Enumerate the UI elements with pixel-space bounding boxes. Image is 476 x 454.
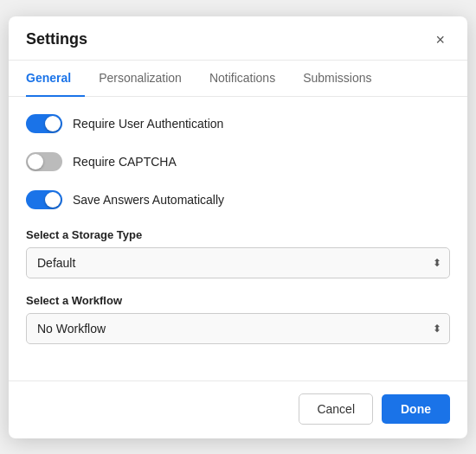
require-auth-label: Require User Authentication bbox=[73, 117, 223, 131]
workflow-field: Select a Workflow No Workflow Workflow A… bbox=[26, 294, 450, 344]
modal-footer: Cancel Done bbox=[9, 380, 467, 438]
require-captcha-toggle[interactable] bbox=[26, 152, 62, 171]
save-answers-toggle[interactable] bbox=[26, 190, 62, 209]
storage-type-field: Select a Storage Type Default AWS S3 Azu… bbox=[26, 228, 450, 278]
workflow-label: Select a Workflow bbox=[26, 294, 450, 307]
save-answers-label: Save Answers Automatically bbox=[73, 193, 224, 207]
tabs-container: General Personalization Notifications Su… bbox=[9, 61, 467, 97]
require-auth-toggle[interactable] bbox=[26, 114, 62, 133]
storage-type-select[interactable]: Default AWS S3 Azure Google Cloud bbox=[26, 247, 450, 278]
require-captcha-label: Require CAPTCHA bbox=[73, 155, 177, 169]
tab-notifications[interactable]: Notifications bbox=[196, 61, 289, 97]
modal-header: Settings × bbox=[9, 16, 467, 61]
workflow-select[interactable]: No Workflow Workflow A Workflow B bbox=[26, 313, 450, 344]
toggle-row-auth: Require User Authentication bbox=[26, 114, 450, 133]
tab-general[interactable]: General bbox=[26, 61, 85, 97]
toggle-row-save: Save Answers Automatically bbox=[26, 190, 450, 209]
done-button[interactable]: Done bbox=[382, 394, 450, 424]
workflow-select-wrapper: No Workflow Workflow A Workflow B ⬍ bbox=[26, 313, 450, 344]
storage-type-label: Select a Storage Type bbox=[26, 228, 450, 241]
cancel-button[interactable]: Cancel bbox=[299, 393, 373, 425]
modal-body: Require User Authentication Require CAPT… bbox=[9, 97, 467, 374]
tab-submissions[interactable]: Submissions bbox=[289, 61, 385, 97]
storage-select-wrapper: Default AWS S3 Azure Google Cloud ⬍ bbox=[26, 247, 450, 278]
settings-modal: Settings × General Personalization Notif… bbox=[9, 16, 467, 438]
close-button[interactable]: × bbox=[430, 30, 450, 49]
toggle-row-captcha: Require CAPTCHA bbox=[26, 152, 450, 171]
modal-title: Settings bbox=[26, 30, 87, 48]
tab-personalization[interactable]: Personalization bbox=[85, 61, 196, 97]
